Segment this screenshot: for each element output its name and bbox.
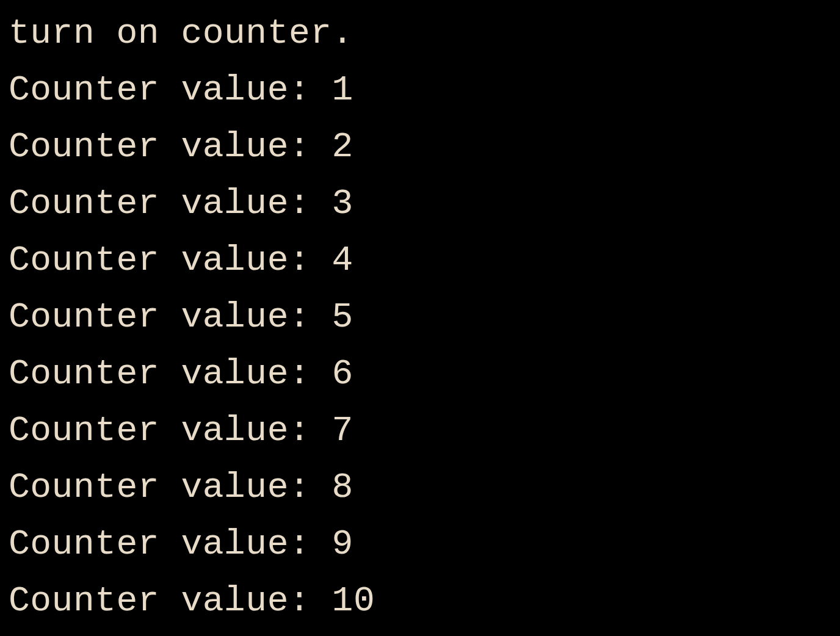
terminal-line: Counter value: 1 [9, 62, 840, 118]
terminal-line: Counter value: 4 [9, 232, 840, 289]
terminal-line: Counter value: 3 [9, 175, 840, 232]
terminal-line: Counter value: 8 [9, 459, 840, 516]
terminal-line: Counter value: 6 [9, 345, 840, 402]
terminal-line: Counter value: 10 [9, 573, 840, 629]
terminal-line: Counter value: 5 [9, 289, 840, 345]
terminal-output: turn on counter. Counter value: 1 Counte… [9, 5, 840, 629]
terminal-line: Counter value: 2 [9, 118, 840, 175]
terminal-line: Counter value: 7 [9, 402, 840, 459]
terminal-line: Counter value: 9 [9, 516, 840, 573]
terminal-line: turn on counter. [9, 5, 840, 62]
